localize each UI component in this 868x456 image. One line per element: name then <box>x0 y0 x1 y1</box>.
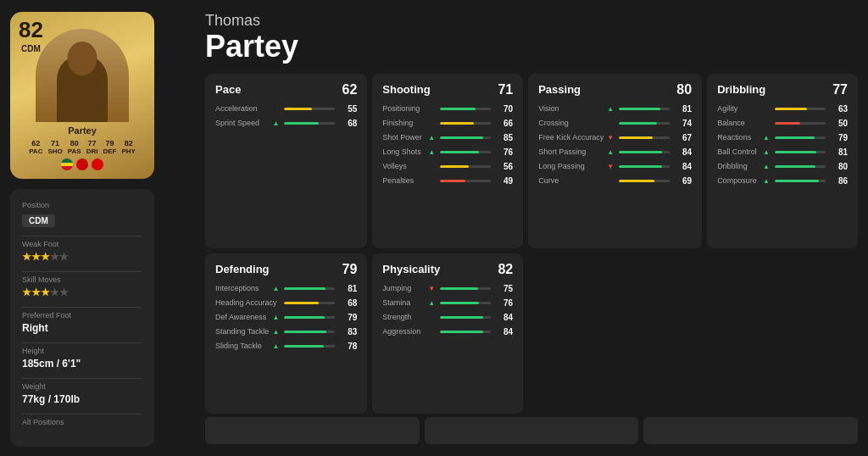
crossing-bar <box>619 122 656 125</box>
ball-control-arrow: ▲ <box>763 148 770 156</box>
interceptions-label: Interceptions <box>215 284 269 292</box>
penalties-label: Penalties <box>382 176 437 185</box>
position-info: Position CDM <box>22 201 142 227</box>
volleys-bar <box>440 165 469 168</box>
def-awareness-row: Def Awareness ▲ 79 <box>215 313 357 322</box>
long-passing-row: Long Passing ▼ 84 <box>538 162 692 171</box>
short-passing-label: Short Passing <box>538 147 604 156</box>
jumping-num: 75 <box>496 284 513 293</box>
sliding-tackle-arrow: ▲ <box>272 342 279 350</box>
flag-ghana <box>61 158 73 170</box>
bottom-tab-2[interactable] <box>425 417 639 444</box>
jumping-arrow: ▼ <box>428 285 435 292</box>
dribbling-header: Dribbling 77 <box>717 82 848 97</box>
finishing-bar <box>440 122 474 125</box>
preferred-foot-info: Preferred Foot Right <box>22 311 142 334</box>
card-stats-row: 62 PAC 71 SHO 80 PAS 77 DRI 79 DEF <box>29 139 136 155</box>
standing-tackle-bar <box>284 331 326 333</box>
standing-tackle-row: Standing Tackle ▲ 83 <box>215 327 357 336</box>
curve-row: Curve 69 <box>538 176 692 186</box>
shot-power-row: Shot Power ▲ 85 <box>382 133 513 142</box>
card-name: Partey <box>68 125 97 136</box>
skill-moves-stars: ★★★★★ <box>22 286 142 298</box>
finishing-bar-wrap <box>440 122 491 125</box>
sliding-tackle-bar-wrap <box>284 345 335 348</box>
acceleration-num: 55 <box>340 104 357 114</box>
sliding-tackle-bar <box>284 345 324 348</box>
long-passing-num: 84 <box>675 162 692 171</box>
free-kick-label: Free Kick Accuracy <box>538 133 604 142</box>
aggression-row: Aggression 84 <box>382 327 513 336</box>
aggression-num: 84 <box>496 327 513 336</box>
jumping-bar-wrap <box>440 287 491 290</box>
dribbling-value: 77 <box>832 82 848 97</box>
bottom-tab-1[interactable] <box>205 417 420 444</box>
volleys-num: 56 <box>496 162 513 171</box>
player-header: Thomas Partey <box>205 12 858 70</box>
divider2 <box>22 271 142 272</box>
interceptions-bar <box>284 287 326 290</box>
divider3 <box>22 307 142 308</box>
finishing-num: 66 <box>496 119 513 128</box>
standing-tackle-bar-wrap <box>284 331 335 333</box>
acceleration-label: Acceleration <box>215 104 281 113</box>
reactions-arrow: ▲ <box>763 134 770 142</box>
stamina-bar <box>440 302 479 304</box>
positioning-label: Positioning <box>382 104 437 113</box>
acceleration-row: Acceleration 55 <box>215 104 357 114</box>
def-awareness-label: Def Awareness <box>215 313 269 321</box>
strength-row: Strength 84 <box>382 313 513 322</box>
balance-row: Balance 50 <box>717 119 848 128</box>
stamina-row: Stamina ▲ 76 <box>382 298 513 308</box>
curve-bar <box>619 180 654 182</box>
long-passing-bar-wrap <box>619 165 670 168</box>
long-passing-bar <box>619 165 661 168</box>
player-card: 82 CDM Partey 62 PAC 71 SHO 80 PAS 77 <box>10 12 154 179</box>
player-first-name: Thomas <box>205 12 858 30</box>
reactions-row: Reactions ▲ 79 <box>717 133 848 142</box>
short-passing-num: 84 <box>675 147 692 157</box>
composure-label: Composure <box>717 176 760 185</box>
acceleration-bar <box>284 108 312 110</box>
free-kick-num: 67 <box>675 133 692 142</box>
free-kick-arrow: ▼ <box>607 134 614 142</box>
sliding-tackle-label: Sliding Tackle <box>215 342 269 350</box>
finishing-row: Finishing 66 <box>382 119 513 128</box>
dribbling-stat-arrow: ▲ <box>763 163 770 170</box>
height-info: Height 185cm / 6'1" <box>22 347 142 370</box>
stats-grid: Pace 62 Acceleration 55 Sprint Speed ▲ <box>205 74 858 414</box>
sliding-tackle-row: Sliding Tackle ▲ 78 <box>215 342 357 351</box>
standing-tackle-label: Standing Tackle <box>215 327 269 336</box>
def-awareness-bar-wrap <box>284 316 335 319</box>
main-content: Thomas Partey Pace 62 Acceleration 55 <box>205 12 858 444</box>
vision-row: Vision ▲ 81 <box>538 104 692 114</box>
def-awareness-arrow: ▲ <box>272 314 279 321</box>
weak-foot-stars: ★★★★★ <box>22 251 142 263</box>
aggression-label: Aggression <box>382 327 437 336</box>
divider4 <box>22 342 142 343</box>
bottom-tab-3[interactable] <box>643 417 858 444</box>
interceptions-row: Interceptions ▲ 81 <box>215 284 357 293</box>
physicality-name: Physicality <box>382 263 440 275</box>
skill-moves-info: Skill Moves ★★★★★ <box>22 275 142 298</box>
curve-num: 69 <box>675 176 692 186</box>
penalties-num: 49 <box>496 176 513 186</box>
strength-bar-wrap <box>440 316 491 319</box>
standing-tackle-arrow: ▲ <box>272 328 279 336</box>
shooting-header: Shooting 71 <box>382 82 513 97</box>
height-value: 185cm / 6'1" <box>22 358 142 370</box>
info-panel: Position CDM Weak Foot ★★★★★ Skill Moves… <box>10 189 154 447</box>
physicality-category: Physicality 82 Jumping ▼ 75 Stamina ▲ <box>372 253 523 414</box>
pace-value: 62 <box>342 82 358 97</box>
composure-row: Composure ▲ 86 <box>717 176 848 186</box>
short-passing-bar-wrap <box>619 151 670 153</box>
agility-bar-wrap <box>775 108 826 110</box>
penalties-row: Penalties 49 <box>382 176 513 186</box>
free-kick-row: Free Kick Accuracy ▼ 67 <box>538 133 692 142</box>
heading-accuracy-bar <box>284 302 319 304</box>
strength-num: 84 <box>496 313 513 322</box>
volleys-label: Volleys <box>382 162 437 170</box>
stamina-arrow: ▲ <box>428 299 435 307</box>
divider6 <box>22 414 142 414</box>
balance-label: Balance <box>717 119 771 127</box>
